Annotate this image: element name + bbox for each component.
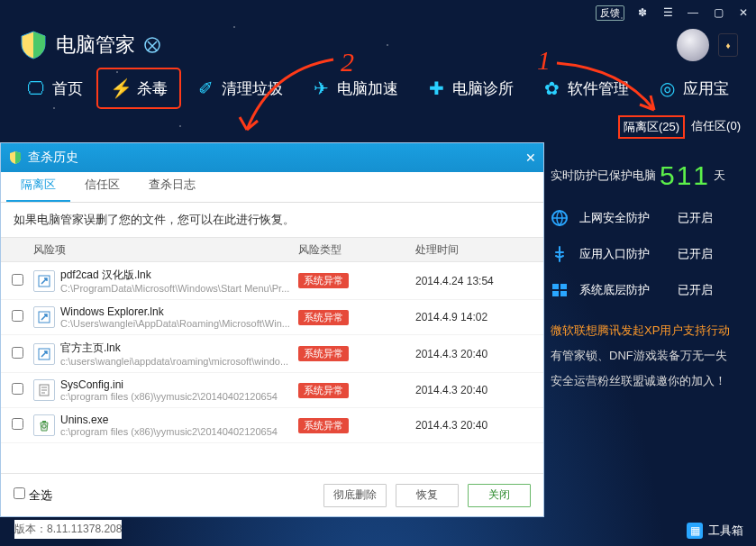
appstore-icon: ◎ xyxy=(656,77,678,99)
svg-rect-5 xyxy=(560,291,567,296)
file-icon xyxy=(33,270,55,292)
risk-badge: 系统异常 xyxy=(298,273,349,288)
avatar[interactable] xyxy=(677,29,709,61)
svg-rect-3 xyxy=(560,284,567,289)
nav-appstore[interactable]: ◎应用宝 xyxy=(643,68,742,108)
risk-badge: 系统异常 xyxy=(298,418,349,433)
file-icon xyxy=(33,379,55,401)
windows-icon xyxy=(551,281,569,299)
nav-clean[interactable]: ✐清理垃圾 xyxy=(182,68,296,108)
rocket-icon: ✈ xyxy=(310,77,332,99)
feat-entry: 应用入口防护 已开启 xyxy=(551,245,747,263)
brand: 电脑管家 xyxy=(18,30,162,60)
select-all-checkbox[interactable] xyxy=(14,487,25,499)
dialog-hint: 如果电脑管家误删了您的文件，您可以在此进行恢复。 xyxy=(1,203,543,237)
history-dialog: 查杀历史 ✕ 隔离区 信任区 查杀日志 如果电脑管家误删了您的文件，您可以在此进… xyxy=(0,142,544,517)
row-name: SysConfig.ini xyxy=(60,378,298,391)
titlebar-close-button[interactable]: ✕ xyxy=(736,6,751,19)
toolbox-button[interactable]: ▦ 工具箱 xyxy=(687,523,743,539)
protect-days: 511 xyxy=(660,160,710,191)
table-header: 风险项 风险类型 处理时间 xyxy=(1,237,543,262)
nav-speed[interactable]: ✈电脑加速 xyxy=(297,68,411,108)
trust-link[interactable]: 信任区(0) xyxy=(687,115,745,139)
promo-text-1: 有管家锁、DNF游戏装备万无一失 xyxy=(551,348,747,364)
row-path: c:\program files (x86)\yymusic2\20140402… xyxy=(60,391,298,402)
toolbox-icon: ▦ xyxy=(687,523,703,539)
dialog-shield-icon xyxy=(8,150,23,165)
vip-shield-icon[interactable]: ♦ xyxy=(718,33,738,57)
monitor-icon: 🖵 xyxy=(25,77,47,99)
svg-rect-2 xyxy=(552,284,559,289)
menu-icon[interactable]: ☰ xyxy=(660,6,675,19)
row-checkbox[interactable] xyxy=(12,274,23,286)
tab-trust[interactable]: 信任区 xyxy=(70,169,134,202)
table-row[interactable]: pdf2cad 汉化版.lnkC:\ProgramData\Microsoft\… xyxy=(1,262,543,300)
tab-log[interactable]: 查杀日志 xyxy=(134,169,210,202)
row-path: c:\users\wanglei\appdata\roaming\microso… xyxy=(60,356,298,367)
dialog-close-icon[interactable]: ✕ xyxy=(525,150,536,165)
feedback-button[interactable]: 反馈 xyxy=(596,5,624,21)
col-time: 处理时间 xyxy=(415,242,533,258)
nav-home[interactable]: 🖵首页 xyxy=(13,68,96,108)
risk-badge: 系统异常 xyxy=(298,383,349,398)
sidebar: 实时防护已保护电脑 511 天 上网安全防护 已开启 应用入口防护 已开启 系统… xyxy=(545,144,752,505)
main-nav: 🖵首页 ⚡杀毒 ✐清理垃圾 ✈电脑加速 ✚电脑诊所 ✿软件管理 ◎应用宝 xyxy=(0,61,756,121)
row-checkbox[interactable] xyxy=(12,418,23,430)
file-icon xyxy=(33,306,55,328)
promo-text-2: 安全运营粉丝联盟诚邀你的加入！ xyxy=(551,373,747,389)
dialog-title: 查杀历史 xyxy=(28,150,78,166)
maximize-button[interactable]: ▢ xyxy=(711,6,725,19)
table-row[interactable]: Windows Explorer.lnkC:\Users\wanglei\App… xyxy=(1,300,543,335)
col-type: 风险类型 xyxy=(298,242,415,258)
stethoscope-icon: ✚ xyxy=(425,77,447,99)
brush-icon: ✐ xyxy=(195,77,216,99)
minimize-button[interactable]: — xyxy=(686,6,700,19)
table-row[interactable]: 官方主页.lnkc:\users\wanglei\appdata\roaming… xyxy=(1,335,543,373)
svg-rect-4 xyxy=(552,291,559,296)
globe-icon xyxy=(551,209,569,227)
table-row[interactable]: SysConfig.inic:\program files (x86)\yymu… xyxy=(1,373,543,408)
row-time: 2014.4.3 20:40 xyxy=(415,348,533,360)
risk-badge: 系统异常 xyxy=(298,310,349,325)
file-icon xyxy=(33,343,55,365)
app-shield-icon xyxy=(18,30,49,60)
row-name: 官方主页.lnk xyxy=(60,341,298,356)
nav-antivirus[interactable]: ⚡杀毒 xyxy=(97,68,180,108)
risk-badge: 系统异常 xyxy=(298,346,349,361)
usb-icon xyxy=(551,245,569,263)
col-item: 风险项 xyxy=(33,242,298,258)
row-name: pdf2cad 汉化版.lnk xyxy=(60,268,298,283)
restore-button[interactable]: 恢复 xyxy=(396,484,459,507)
row-checkbox[interactable] xyxy=(12,310,23,322)
table-row[interactable]: Unins.exec:\program files (x86)\yymusic2… xyxy=(1,408,543,443)
row-name: Windows Explorer.lnk xyxy=(60,305,298,318)
version-label: 版本：8.11.11378.208 xyxy=(14,520,122,539)
feat-system: 系统底层防护 已开启 xyxy=(551,281,747,299)
nav-software[interactable]: ✿软件管理 xyxy=(528,68,642,108)
dialog-footer: 全选 彻底删除 恢复 关闭 xyxy=(1,473,543,516)
select-all[interactable]: 全选 xyxy=(14,487,52,504)
dialog-titlebar: 查杀历史 ✕ xyxy=(1,143,543,172)
tab-quarantine[interactable]: 隔离区 xyxy=(6,169,70,202)
promo-link[interactable]: 微软联想腾讯发起XP用户支持行动 xyxy=(551,323,747,339)
user-area: ♦ xyxy=(677,29,738,61)
gear-icon: ✿ xyxy=(541,77,562,99)
row-path: C:\ProgramData\Microsoft\Windows\Start M… xyxy=(60,283,298,294)
nav-clinic[interactable]: ✚电脑诊所 xyxy=(413,68,526,108)
row-checkbox[interactable] xyxy=(12,347,23,359)
right-stat-links: 隔离区(25) 信任区(0) xyxy=(618,115,745,139)
skin-icon[interactable]: ✽ xyxy=(635,6,650,19)
app-title: 电脑管家 xyxy=(56,32,135,59)
app-sub-icon xyxy=(142,35,162,55)
file-icon xyxy=(33,414,55,436)
row-time: 2014.4.3 20:40 xyxy=(415,419,533,432)
delete-button[interactable]: 彻底删除 xyxy=(323,484,387,507)
row-time: 2014.4.3 20:40 xyxy=(415,384,533,396)
table-body: pdf2cad 汉化版.lnkC:\ProgramData\Microsoft\… xyxy=(1,262,543,473)
row-path: C:\Users\wanglei\AppData\Roaming\Microso… xyxy=(60,318,298,329)
row-checkbox[interactable] xyxy=(12,383,23,395)
close-button[interactable]: 关闭 xyxy=(468,484,531,507)
titlebar: 反馈 ✽ ☰ — ▢ ✕ xyxy=(0,0,756,25)
quarantine-link[interactable]: 隔离区(25) xyxy=(618,115,685,139)
dialog-tabs: 隔离区 信任区 查杀日志 xyxy=(1,172,543,203)
